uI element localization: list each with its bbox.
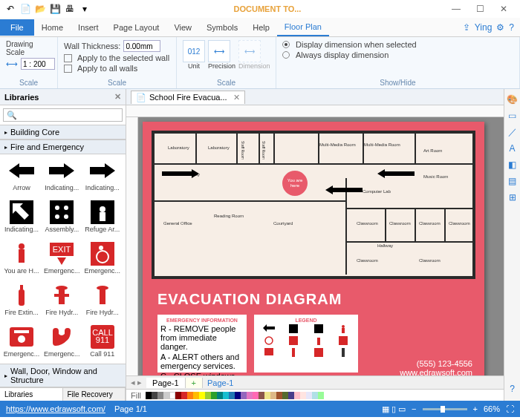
zoom-out-icon[interactable]: − [412, 404, 416, 413]
svg-rect-48 [314, 348, 323, 357]
qat-more[interactable]: ▾ [79, 3, 91, 15]
qat-open[interactable]: 📂 [34, 3, 46, 15]
window-maximize[interactable]: ☐ [471, 4, 489, 14]
lib-cat-wall-door[interactable]: ▸Wall, Door, Window and Structure [0, 364, 126, 387]
shape-emergency-wheel[interactable]: Emergenc... [84, 240, 121, 280]
tool-theme-icon[interactable]: 🎨 [507, 93, 519, 105]
shape-palette: Arrow Indicating... Indicating... Indica… [0, 154, 126, 364]
shape-fire-hydrant[interactable]: Fire Hydr... [43, 282, 80, 322]
right-toolbar: 🎨 ▭ ／ A ◧ ▤ ⊞ ? [504, 89, 520, 401]
diagram-page[interactable]: loGo [143, 122, 484, 375]
precision-button[interactable]: ⟷ [208, 40, 230, 62]
display-dim-selected[interactable]: Display dimension when selected [282, 40, 513, 49]
shape-arrow[interactable]: Arrow [3, 157, 40, 197]
tool-grid-icon[interactable]: ⊞ [507, 191, 519, 203]
shape-indicating-diag[interactable]: Indicating... [3, 199, 40, 239]
svg-point-42 [265, 337, 273, 344]
tab-insert[interactable]: Insert [71, 19, 106, 36]
tab-floor-plan[interactable]: Floor Plan [277, 19, 329, 36]
ribbon-group-scale-3: Scale [177, 79, 276, 87]
svg-point-8 [55, 214, 59, 219]
fit-page-icon[interactable]: ⛶ [506, 404, 514, 413]
always-display-dim[interactable]: Always display dimension [282, 50, 513, 59]
window-close[interactable]: ✕ [495, 4, 513, 14]
you-are-here-marker: You are here [282, 171, 308, 196]
shape-fire-hydrant-2[interactable]: Fire Hydr... [84, 282, 121, 322]
apply-selected-wall[interactable]: Apply to the selected wall [64, 53, 170, 62]
svg-marker-34 [162, 169, 199, 178]
document-title: DOCUMENT TO... [95, 4, 440, 13]
horizontal-ruler [126, 105, 504, 117]
status-url[interactable]: https://www.edrawsoft.com/ [6, 404, 105, 413]
sidebar-tab-file-recovery[interactable]: File Recovery [63, 388, 126, 401]
shape-call-911[interactable]: CALL911Call 911 [84, 324, 121, 364]
drawing-scale-label: Drawing Scale [6, 40, 51, 56]
emergency-info-box: EMERGENCY INFORMATION R - REMOVE people … [157, 315, 247, 373]
canvas[interactable]: loGo [126, 117, 504, 375]
shape-emergency-exit[interactable]: EXITEmergenc... [43, 240, 80, 280]
qat-save[interactable]: 💾 [49, 3, 61, 15]
svg-rect-39 [314, 324, 323, 333]
library-search[interactable]: 🔍 [3, 108, 123, 122]
lib-cat-building-core[interactable]: ▸Building Core [0, 125, 126, 140]
shape-fire-extinguisher[interactable]: Fire Extin... [3, 282, 40, 322]
svg-rect-22 [20, 285, 23, 289]
page-tab-1[interactable]: Page-1 [146, 378, 185, 388]
svg-marker-35 [325, 186, 363, 194]
svg-point-40 [342, 325, 345, 328]
shape-emergency-phone[interactable]: Emergenc... [3, 324, 40, 364]
document-tab[interactable]: 📄 School Fire Evacua... ✕ [131, 91, 245, 104]
apply-all-walls[interactable]: Apply to all walls [64, 64, 170, 73]
user-name[interactable]: Ying [475, 22, 493, 33]
svg-rect-12 [100, 212, 105, 221]
window-minimize[interactable]: — [447, 4, 465, 14]
drawing-scale-input[interactable] [21, 58, 55, 70]
close-doc-tab-icon[interactable]: ✕ [233, 93, 240, 102]
file-menu[interactable]: File [0, 19, 34, 36]
qat-new[interactable]: 📄 [19, 3, 31, 15]
shape-you-are-here[interactable]: You are H... [3, 240, 40, 280]
share-icon[interactable]: ⇪ [463, 22, 470, 33]
tab-view[interactable]: View [166, 19, 199, 36]
wall-thickness-input[interactable] [123, 40, 160, 52]
svg-rect-43 [289, 336, 298, 345]
zoom-slider[interactable] [423, 408, 467, 410]
shape-refuge[interactable]: Refuge Ar... [84, 199, 121, 239]
vertical-ruler [126, 117, 138, 375]
qat-print[interactable]: 🖶 [64, 3, 76, 15]
svg-rect-30 [14, 330, 29, 333]
shape-indicating-1[interactable]: Indicating... [43, 157, 80, 197]
shape-emergency-phone-2[interactable]: Emergenc... [43, 324, 80, 364]
qat-undo[interactable]: ↶ [4, 3, 16, 15]
svg-point-9 [64, 214, 68, 219]
tool-text-icon[interactable]: A [507, 142, 519, 154]
settings-gear-icon[interactable]: ⚙ [496, 22, 504, 33]
help-icon[interactable]: ? [509, 22, 514, 33]
tab-page-layout[interactable]: Page Layout [106, 19, 167, 36]
tab-help[interactable]: Help [245, 19, 277, 36]
sidebar-tab-libraries[interactable]: Libraries [0, 388, 63, 401]
tab-symbols[interactable]: Symbols [199, 19, 245, 36]
doc-icon: 📄 [136, 93, 146, 102]
view-mode-icon[interactable]: ▦ ▯ ▭ [382, 404, 406, 414]
lib-cat-fire-emergency[interactable]: ▸Fire and Emergency [0, 140, 126, 154]
svg-point-20 [99, 246, 103, 250]
shape-assembly[interactable]: Assembly... [43, 199, 80, 239]
tool-prop-icon[interactable]: ▤ [507, 175, 519, 187]
fill-label: Fill [126, 391, 146, 400]
dimension-button[interactable]: ⟷ [238, 40, 261, 62]
tool-style-icon[interactable]: ▭ [507, 110, 519, 122]
svg-marker-17 [57, 257, 66, 265]
unit-button[interactable]: 012 [183, 40, 205, 62]
legend-box: LEGEND [254, 315, 358, 373]
ribbon-group-scale-2: Scale [58, 79, 176, 87]
zoom-in-icon[interactable]: + [473, 404, 478, 413]
tool-help-icon[interactable]: ? [507, 383, 519, 395]
shape-indicating-2[interactable]: Indicating... [84, 157, 121, 197]
tool-line-icon[interactable]: ／ [507, 126, 519, 138]
tool-layer-icon[interactable]: ◧ [507, 159, 519, 171]
libraries-close-icon[interactable]: ✕ [114, 92, 121, 102]
add-page-tab[interactable]: + [186, 378, 203, 388]
svg-marker-0 [9, 163, 34, 178]
tab-home[interactable]: Home [34, 19, 71, 36]
